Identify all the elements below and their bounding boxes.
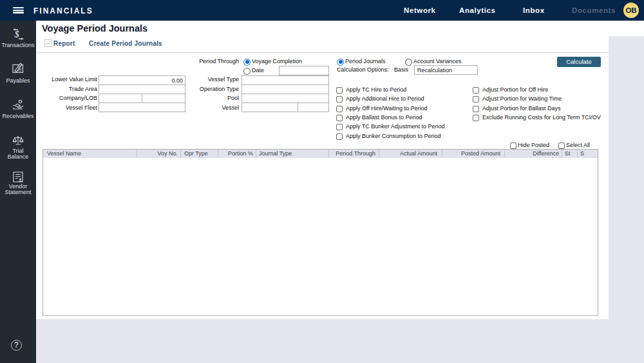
svg-text:$: $ — [14, 30, 19, 39]
